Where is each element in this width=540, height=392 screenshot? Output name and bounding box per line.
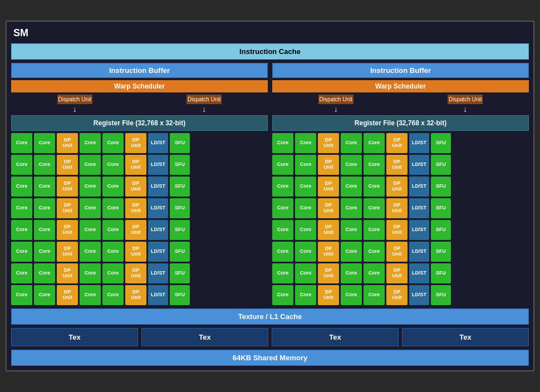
- core-cell: Core: [364, 177, 385, 197]
- left-half: Instruction Buffer Warp Scheduler Dispat…: [11, 63, 268, 305]
- core-cell: Core: [341, 133, 362, 153]
- dp-cell: DP Unit: [386, 242, 408, 262]
- core-cell: Core: [272, 242, 293, 262]
- dp-cell: DP Unit: [318, 198, 339, 218]
- core-cell: Core: [11, 263, 32, 283]
- core-cell: Core: [80, 133, 101, 153]
- core-row: CoreCoreDP UnitCoreCoreDP UnitLD/STSFU: [11, 220, 268, 240]
- core-cell: Core: [272, 177, 293, 197]
- left-du-2-wrapper: Dispatch Unit ↓: [141, 95, 268, 113]
- core-cell: Core: [295, 220, 316, 240]
- core-cell: Core: [295, 285, 316, 305]
- core-cell: Core: [272, 133, 293, 153]
- dp-cell: DP Unit: [386, 155, 408, 175]
- right-instruction-buffer: Instruction Buffer: [272, 63, 529, 78]
- core-row: CoreCoreDP UnitCoreCoreDP UnitLD/STSFU: [11, 198, 268, 218]
- core-cell: Core: [11, 198, 32, 218]
- core-cell: Core: [295, 155, 316, 175]
- core-cell: Core: [80, 177, 101, 197]
- core-cell: Core: [34, 198, 55, 218]
- ldst-cell: LD/ST: [148, 285, 168, 305]
- ldst-cell: LD/ST: [409, 133, 429, 153]
- core-cell: Core: [364, 155, 385, 175]
- dp-cell: DP Unit: [57, 285, 78, 305]
- core-cell: Core: [80, 198, 101, 218]
- sfu-cell: SFU: [431, 133, 451, 153]
- tex-row: Tex Tex Tex Tex: [11, 328, 529, 346]
- core-cell: Core: [102, 242, 124, 262]
- left-warp-scheduler: Warp Scheduler: [11, 80, 268, 92]
- core-cell: Core: [272, 263, 293, 283]
- core-cell: Core: [295, 242, 316, 262]
- core-row: CoreCoreDP UnitCoreCoreDP UnitLD/STSFU: [272, 177, 529, 197]
- dp-cell: DP Unit: [125, 177, 146, 197]
- core-cell: Core: [80, 285, 101, 305]
- dp-cell: DP Unit: [318, 155, 339, 175]
- core-cell: Core: [272, 285, 293, 305]
- right-warp-scheduler: Warp Scheduler: [272, 80, 529, 92]
- core-cell: Core: [80, 242, 101, 262]
- right-du-2-wrapper: Dispatch Unit ↓: [402, 95, 529, 113]
- core-cell: Core: [341, 242, 362, 262]
- ldst-cell: LD/ST: [409, 285, 429, 305]
- dp-cell: DP Unit: [125, 220, 146, 240]
- left-cores-grid: CoreCoreDP UnitCoreCoreDP UnitLD/STSFUCo…: [11, 133, 268, 305]
- core-cell: Core: [341, 177, 362, 197]
- core-cell: Core: [80, 263, 101, 283]
- ldst-cell: LD/ST: [409, 198, 429, 218]
- sfu-cell: SFU: [431, 242, 451, 262]
- core-cell: Core: [34, 263, 55, 283]
- dp-cell: DP Unit: [125, 285, 146, 305]
- core-row: CoreCoreDP UnitCoreCoreDP UnitLD/STSFU: [272, 155, 529, 175]
- left-dispatch-unit-1: Dispatch Unit: [57, 95, 92, 104]
- core-cell: Core: [364, 285, 385, 305]
- right-half: Instruction Buffer Warp Scheduler Dispat…: [272, 63, 529, 305]
- right-dispatch-unit-1: Dispatch Unit: [318, 95, 354, 104]
- dp-cell: DP Unit: [386, 263, 408, 283]
- core-cell: Core: [102, 220, 124, 240]
- right-arrow-1: ↓: [334, 105, 338, 113]
- dp-cell: DP Unit: [125, 133, 146, 153]
- core-cell: Core: [272, 155, 293, 175]
- core-cell: Core: [341, 285, 362, 305]
- ldst-cell: LD/ST: [409, 263, 429, 283]
- texture-cache: Texture / L1 Cache: [11, 308, 529, 325]
- left-instruction-buffer: Instruction Buffer: [11, 63, 268, 78]
- sfu-cell: SFU: [431, 285, 451, 305]
- dp-cell: DP Unit: [386, 198, 408, 218]
- core-row: CoreCoreDP UnitCoreCoreDP UnitLD/STSFU: [11, 177, 268, 197]
- core-row: CoreCoreDP UnitCoreCoreDP UnitLD/STSFU: [11, 263, 268, 283]
- dp-cell: DP Unit: [386, 133, 408, 153]
- sfu-cell: SFU: [170, 285, 190, 305]
- core-row: CoreCoreDP UnitCoreCoreDP UnitLD/STSFU: [272, 285, 529, 305]
- core-cell: Core: [295, 263, 316, 283]
- ldst-cell: LD/ST: [409, 155, 429, 175]
- right-dispatch-row: Dispatch Unit ↓ Dispatch Unit ↓: [272, 95, 529, 113]
- right-du-1-wrapper: Dispatch Unit ↓: [272, 95, 400, 113]
- core-cell: Core: [341, 155, 362, 175]
- core-cell: Core: [341, 198, 362, 218]
- sfu-cell: SFU: [431, 198, 451, 218]
- shared-memory: 64KB Shared Memory: [11, 350, 529, 366]
- core-cell: Core: [34, 133, 55, 153]
- sfu-cell: SFU: [170, 242, 190, 262]
- core-cell: Core: [11, 177, 32, 197]
- core-row: CoreCoreDP UnitCoreCoreDP UnitLD/STSFU: [272, 263, 529, 283]
- core-cell: Core: [11, 155, 32, 175]
- dp-cell: DP Unit: [318, 263, 339, 283]
- core-cell: Core: [364, 242, 385, 262]
- core-cell: Core: [341, 220, 362, 240]
- core-row: CoreCoreDP UnitCoreCoreDP UnitLD/STSFU: [272, 198, 529, 218]
- sfu-cell: SFU: [170, 198, 190, 218]
- core-cell: Core: [295, 133, 316, 153]
- sfu-cell: SFU: [431, 263, 451, 283]
- sm-title: SM: [11, 26, 529, 40]
- dp-cell: DP Unit: [57, 177, 78, 197]
- dp-cell: DP Unit: [125, 155, 146, 175]
- dp-cell: DP Unit: [125, 263, 146, 283]
- core-row: CoreCoreDP UnitCoreCoreDP UnitLD/STSFU: [272, 220, 529, 240]
- core-cell: Core: [34, 155, 55, 175]
- core-row: CoreCoreDP UnitCoreCoreDP UnitLD/STSFU: [11, 242, 268, 262]
- right-cores-grid: CoreCoreDP UnitCoreCoreDP UnitLD/STSFUCo…: [272, 133, 529, 305]
- core-cell: Core: [11, 242, 32, 262]
